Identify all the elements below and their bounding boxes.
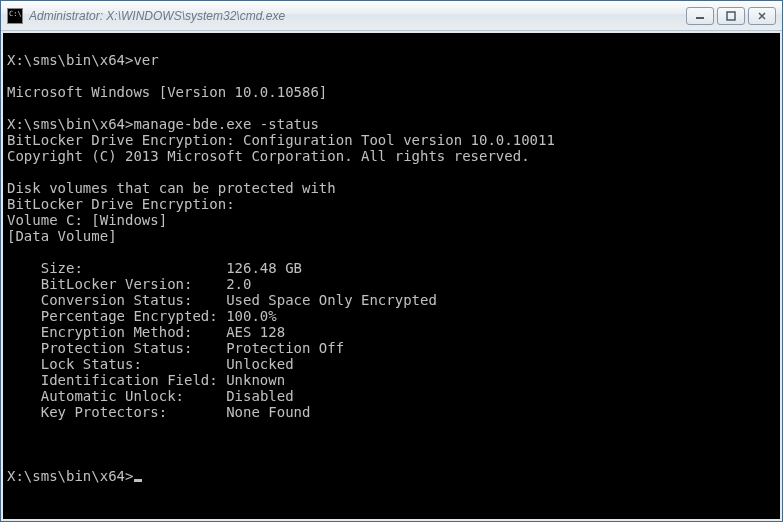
status-value: Disabled: [226, 388, 293, 404]
svg-rect-1: [727, 12, 735, 20]
output-line: Copyright (C) 2013 Microsoft Corporation…: [7, 148, 530, 164]
status-row: Key Protectors: None Found: [7, 404, 776, 420]
status-label: Conversion Status:: [7, 292, 192, 308]
maximize-button[interactable]: [717, 7, 745, 25]
status-label: Automatic Unlock:: [7, 388, 184, 404]
status-value: Used Space Only Encrypted: [226, 292, 437, 308]
prompt: X:\sms\bin\x64>: [7, 468, 133, 484]
status-value: 126.48 GB: [226, 260, 302, 276]
status-label: BitLocker Version:: [7, 276, 192, 292]
titlebar[interactable]: Administrator: X:\WINDOWS\system32\cmd.e…: [1, 1, 782, 31]
command-text: ver: [133, 52, 158, 68]
output-line: Microsoft Windows [Version 10.0.10586]: [7, 84, 327, 100]
window-title: Administrator: X:\WINDOWS\system32\cmd.e…: [29, 9, 686, 23]
status-value: Protection Off: [226, 340, 344, 356]
status-label: Lock Status:: [7, 356, 142, 372]
status-row: Encryption Method: AES 128: [7, 324, 776, 340]
command-text: manage-bde.exe -status: [133, 116, 318, 132]
status-row: Lock Status: Unlocked: [7, 356, 776, 372]
cursor: [134, 479, 142, 482]
status-row: Identification Field: Unknown: [7, 372, 776, 388]
status-table: Size: 126.48 GB BitLocker Version: 2.0 C…: [7, 260, 776, 420]
status-row: Size: 126.48 GB: [7, 260, 776, 276]
status-label: Encryption Method:: [7, 324, 192, 340]
status-row: Conversion Status: Used Space Only Encry…: [7, 292, 776, 308]
cmd-window: Administrator: X:\WINDOWS\system32\cmd.e…: [0, 0, 783, 522]
status-label: Protection Status:: [7, 340, 192, 356]
output-line: BitLocker Drive Encryption:: [7, 196, 235, 212]
window-controls: [686, 7, 780, 25]
status-label: Percentage Encrypted:: [7, 308, 218, 324]
prompt: X:\sms\bin\x64>: [7, 52, 133, 68]
status-value: Unknown: [226, 372, 285, 388]
status-value: 100.0%: [226, 308, 277, 324]
prompt: X:\sms\bin\x64>: [7, 116, 133, 132]
status-value: None Found: [226, 404, 310, 420]
status-value: 2.0: [226, 276, 251, 292]
cmd-icon: [7, 8, 23, 24]
output-line: Volume C: [Windows]: [7, 212, 167, 228]
status-label: Identification Field:: [7, 372, 218, 388]
status-row: BitLocker Version: 2.0: [7, 276, 776, 292]
status-label: Key Protectors:: [7, 404, 167, 420]
status-value: Unlocked: [226, 356, 293, 372]
status-row: Automatic Unlock: Disabled: [7, 388, 776, 404]
status-row: Percentage Encrypted: 100.0%: [7, 308, 776, 324]
output-line: Disk volumes that can be protected with: [7, 180, 336, 196]
output-line: [Data Volume]: [7, 228, 117, 244]
minimize-button[interactable]: [686, 7, 714, 25]
status-value: AES 128: [226, 324, 285, 340]
close-button[interactable]: [748, 7, 776, 25]
svg-rect-0: [696, 17, 704, 19]
output-line: BitLocker Drive Encryption: Configuratio…: [7, 132, 555, 148]
status-row: Protection Status: Protection Off: [7, 340, 776, 356]
status-label: Size:: [7, 260, 83, 276]
terminal-output[interactable]: X:\sms\bin\x64>ver Microsoft Windows [Ve…: [1, 31, 782, 521]
